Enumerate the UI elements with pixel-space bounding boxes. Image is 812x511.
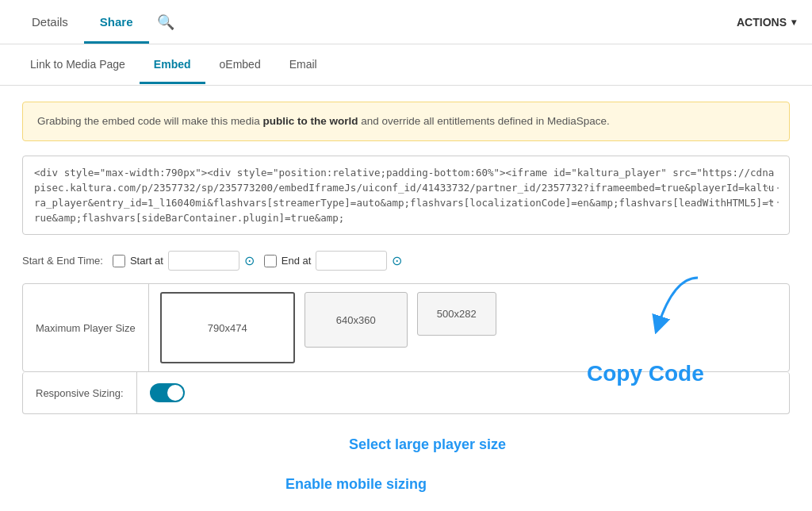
actions-button[interactable]: ACTIONS ▾ xyxy=(737,16,796,29)
start-end-time-row: Start & End Time: Start at 00:00:00 ⊙ En… xyxy=(22,251,790,271)
end-at-label: End at xyxy=(282,255,312,267)
responsive-row: Responsive Sizing: xyxy=(22,372,790,414)
start-group: Start at 00:00:00 ⊙ xyxy=(113,251,255,271)
warning-box: Grabbing the embed code will make this m… xyxy=(22,102,790,141)
sub-tabs: Link to Media Page Embed oEmbed Email xyxy=(0,44,812,86)
select-large-annotation: Select large player size xyxy=(349,436,506,453)
main-content: Grabbing the embed code will make this m… xyxy=(0,86,812,430)
start-clock-icon[interactable]: ⊙ xyxy=(244,253,255,268)
end-time-input[interactable]: 00:00:00 xyxy=(316,251,387,271)
search-icon[interactable]: 🔍 xyxy=(157,13,174,31)
start-time-input[interactable]: 00:00:00 xyxy=(168,251,239,271)
tab-oembed[interactable]: oEmbed xyxy=(205,47,275,84)
actions-label: ACTIONS xyxy=(737,16,787,29)
tab-email[interactable]: Email xyxy=(275,47,331,84)
tab-details[interactable]: Details xyxy=(16,2,84,44)
player-sizes-container: 790x474 640x360 500x282 xyxy=(149,284,508,371)
player-size-row: Maximum Player Size 790x474 640x360 500x… xyxy=(22,283,790,372)
end-clock-icon[interactable]: ⊙ xyxy=(392,253,402,268)
player-size-label: Maximum Player Size xyxy=(23,284,149,371)
warning-text-2: and override all entitlements defined in… xyxy=(358,115,609,127)
embed-code-text: <div style="max-width:790px"><div style=… xyxy=(34,166,778,225)
responsive-label: Responsive Sizing: xyxy=(23,372,137,413)
end-checkbox[interactable] xyxy=(264,255,277,267)
toggle-knob xyxy=(167,385,183,401)
enable-mobile-annotation: Enable mobile sizing xyxy=(285,476,427,493)
top-nav: Details Share 🔍 ACTIONS ▾ xyxy=(0,0,812,44)
embed-code-box[interactable]: <div style="max-width:790px"><div style=… xyxy=(22,156,790,235)
tab-share[interactable]: Share xyxy=(84,2,149,44)
responsive-toggle-cell xyxy=(137,372,197,413)
chevron-down-icon: ▾ xyxy=(791,17,796,28)
scroll-indicator: ⋮⋮ xyxy=(763,181,784,209)
tab-link-to-media[interactable]: Link to Media Page xyxy=(16,47,140,84)
size-large[interactable]: 790x474 xyxy=(160,292,295,363)
end-group: End at 00:00:00 ⊙ xyxy=(264,251,403,271)
warning-text-1: Grabbing the embed code will make this m… xyxy=(37,115,262,127)
start-end-label: Start & End Time: xyxy=(22,255,103,267)
start-checkbox[interactable] xyxy=(113,255,125,267)
size-small[interactable]: 500x282 xyxy=(417,292,496,336)
responsive-toggle[interactable] xyxy=(150,383,185,402)
size-medium[interactable]: 640x360 xyxy=(304,292,408,348)
warning-bold: public to the world xyxy=(262,115,358,127)
tab-embed[interactable]: Embed xyxy=(140,47,205,84)
start-at-label: Start at xyxy=(130,255,163,267)
